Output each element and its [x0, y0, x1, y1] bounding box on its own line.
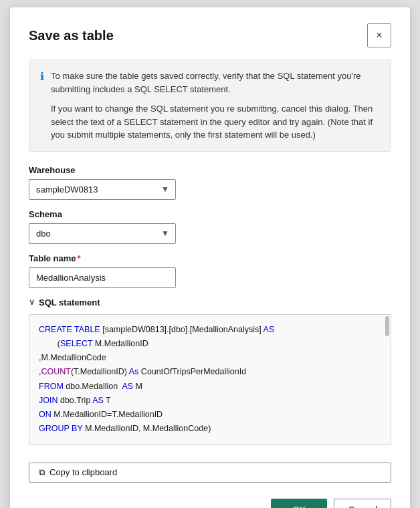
dialog-footer: OK Cancel: [29, 499, 391, 509]
warehouse-field-group: Warehouse sampleDW0813 ▼: [29, 165, 391, 200]
dialog-header: Save as table ×: [29, 23, 391, 47]
table-name-input[interactable]: [29, 267, 176, 288]
sql-section-label: SQL statement: [39, 297, 100, 307]
dialog-title: Save as table: [29, 28, 114, 43]
schema-select[interactable]: dbo: [29, 223, 176, 244]
copy-icon: ⧉: [39, 467, 45, 478]
info-line1: To make sure the table gets saved correc…: [51, 70, 380, 96]
ok-button[interactable]: OK: [271, 499, 327, 509]
warehouse-label: Warehouse: [29, 165, 391, 175]
scrollbar[interactable]: [385, 316, 389, 336]
cancel-button[interactable]: Cancel: [334, 499, 391, 509]
info-icon: ℹ: [40, 70, 44, 142]
sql-section: ∨ SQL statement CREATE TABLE [sampleDW08…: [29, 297, 391, 445]
sql-line-4: ,COUNT(T.MedallionID) As CountOfTripsPer…: [39, 365, 381, 379]
schema-field-group: Schema dbo ▼: [29, 209, 391, 244]
info-text: To make sure the table gets saved correc…: [51, 70, 380, 142]
sql-code-box: CREATE TABLE [sampleDW0813].[dbo].[Medal…: [29, 314, 391, 445]
sql-line-3: ,M.MedallionCode: [39, 351, 381, 365]
schema-label: Schema: [29, 209, 391, 219]
sql-line-5: FROM dbo.Medallion AS M: [39, 380, 381, 394]
copy-to-clipboard-button[interactable]: ⧉ Copy to clipboard: [29, 463, 391, 483]
warehouse-select[interactable]: sampleDW0813: [29, 179, 176, 200]
sql-line-2: (SELECT M.MedallionID: [39, 337, 381, 351]
table-name-label: Table name*: [29, 253, 391, 263]
sql-line-1: CREATE TABLE [sampleDW0813].[dbo].[Medal…: [39, 323, 381, 337]
close-icon: ×: [376, 29, 382, 41]
close-button[interactable]: ×: [367, 23, 391, 47]
schema-select-wrapper: dbo ▼: [29, 223, 176, 244]
sql-toggle[interactable]: ∨ SQL statement: [29, 297, 391, 307]
chevron-down-icon: ∨: [29, 297, 35, 307]
sql-line-7: ON M.MedallionID=T.MedallionID: [39, 408, 381, 422]
info-box: ℹ To make sure the table gets saved corr…: [29, 59, 391, 152]
sql-line-8: GROUP BY M.MedallionID, M.MedallionCode): [39, 422, 381, 436]
table-name-field-group: Table name*: [29, 253, 391, 288]
warehouse-select-wrapper: sampleDW0813 ▼: [29, 179, 176, 200]
required-indicator: *: [78, 253, 81, 263]
info-line2: If you want to change the SQL statement …: [51, 102, 380, 142]
sql-line-6: JOIN dbo.Trip AS T: [39, 394, 381, 408]
save-as-table-dialog: Save as table × ℹ To make sure the table…: [9, 7, 411, 508]
copy-button-label: Copy to clipboard: [49, 467, 117, 477]
